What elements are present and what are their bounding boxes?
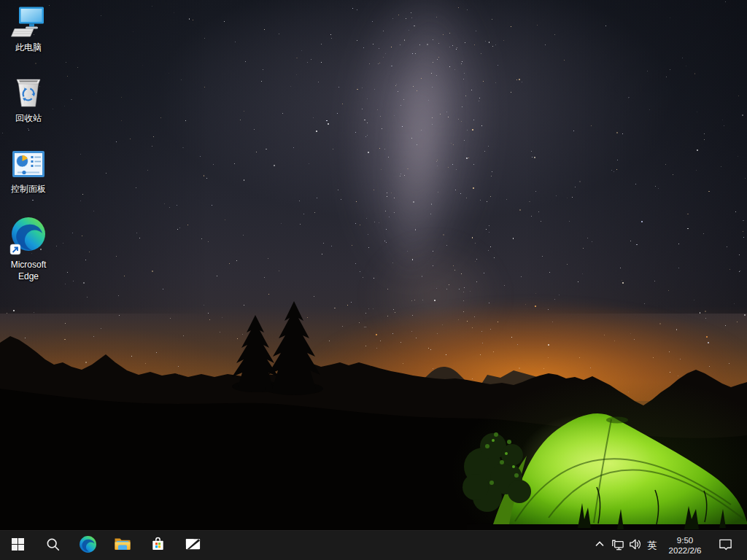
taskbar-store-button[interactable] (140, 531, 175, 560)
language-label: 英 (648, 539, 657, 552)
desktop-icon-label: 此电脑 (15, 42, 42, 54)
search-button[interactable] (35, 531, 70, 560)
mountain-silhouette (0, 0, 747, 531)
taskbar-clock[interactable]: 9:50 2022/2/6 (661, 531, 709, 560)
windows-logo-icon (12, 538, 24, 553)
pine-trees (232, 301, 323, 395)
desktop-icon-label: 控制面板 (11, 184, 46, 195)
start-button[interactable] (0, 531, 35, 560)
taskbar-mail-button[interactable] (175, 531, 210, 560)
system-tray: 英 9:50 2022/2/6 (591, 531, 747, 560)
speaker-icon (627, 537, 643, 555)
desktop-icon-recycle-bin[interactable]: 回收站 (1, 72, 55, 125)
search-icon (46, 537, 60, 554)
desktop-icon-microsoft-edge[interactable]: Microsoft Edge (1, 216, 55, 283)
control-panel-icon (12, 149, 45, 182)
taskbar-file-explorer-button[interactable] (105, 531, 140, 560)
taskbar-edge-button[interactable] (70, 531, 105, 560)
folder-icon (114, 536, 131, 555)
wallpaper (0, 0, 747, 531)
network-tray-button[interactable] (608, 531, 626, 560)
desktop-icon-this-pc[interactable]: 此电脑 (1, 6, 55, 54)
edge-icon (79, 535, 97, 556)
microsoft-edge-icon (9, 216, 47, 258)
chevron-up-icon (592, 537, 607, 554)
desktop[interactable]: 此电脑 (0, 0, 747, 560)
store-bag-icon (150, 536, 166, 556)
input-language-indicator[interactable]: 英 (643, 531, 661, 560)
desktop-icon-control-panel[interactable]: 控制面板 (1, 149, 55, 195)
action-center-icon (718, 537, 733, 555)
show-hidden-icons-button[interactable] (591, 531, 608, 560)
taskbar: 英 9:50 2022/2/6 (0, 530, 747, 560)
desktop-icon-label: 回收站 (15, 113, 42, 125)
envelope-icon (185, 536, 201, 556)
this-pc-icon (9, 6, 48, 41)
recycle-bin-icon (12, 72, 45, 112)
action-center-button[interactable] (709, 531, 741, 560)
volume-tray-button[interactable] (626, 531, 643, 560)
desktop-icon-label: Microsoft Edge (1, 260, 55, 283)
clock-time: 9:50 (661, 535, 709, 545)
clock-date: 2022/2/6 (661, 545, 709, 556)
network-icon (610, 537, 625, 555)
